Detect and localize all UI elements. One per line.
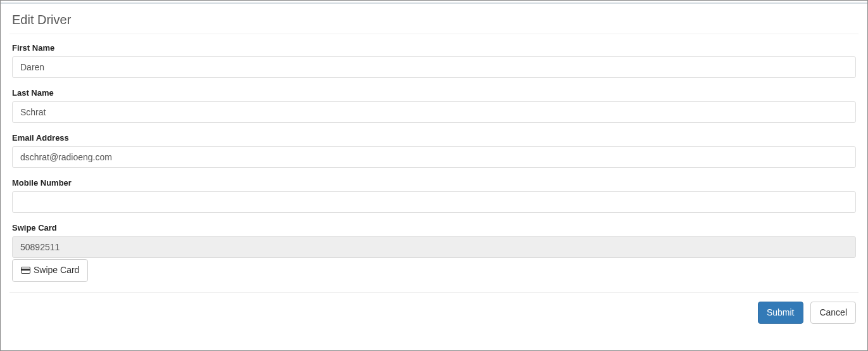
first-name-label: First Name (12, 43, 856, 53)
edit-driver-panel: Edit Driver First Name Last Name Email A… (1, 4, 867, 333)
swipe-card-group: Swipe Card Swipe Card (12, 223, 856, 282)
mobile-group: Mobile Number (12, 178, 856, 213)
swipe-card-label: Swipe Card (12, 223, 856, 233)
first-name-group: First Name (12, 43, 856, 78)
credit-card-icon (21, 267, 30, 274)
swipe-card-button[interactable]: Swipe Card (12, 259, 88, 282)
page-title: Edit Driver (12, 13, 856, 27)
panel-body: First Name Last Name Email Address Mobil… (9, 34, 859, 282)
last-name-label: Last Name (12, 88, 856, 98)
panel-footer: Submit Cancel (9, 292, 859, 333)
mobile-input[interactable] (12, 191, 856, 213)
cancel-button[interactable]: Cancel (810, 302, 856, 324)
submit-button[interactable]: Submit (758, 302, 803, 324)
last-name-input[interactable] (12, 101, 856, 123)
panel-heading: Edit Driver (9, 4, 859, 34)
swipe-card-input[interactable] (12, 236, 856, 258)
first-name-input[interactable] (12, 56, 856, 78)
last-name-group: Last Name (12, 88, 856, 123)
app-window: Edit Driver First Name Last Name Email A… (0, 0, 868, 351)
swipe-card-button-label: Swipe Card (34, 264, 79, 277)
email-input[interactable] (12, 146, 856, 168)
email-label: Email Address (12, 133, 856, 143)
email-group: Email Address (12, 133, 856, 168)
mobile-label: Mobile Number (12, 178, 856, 188)
